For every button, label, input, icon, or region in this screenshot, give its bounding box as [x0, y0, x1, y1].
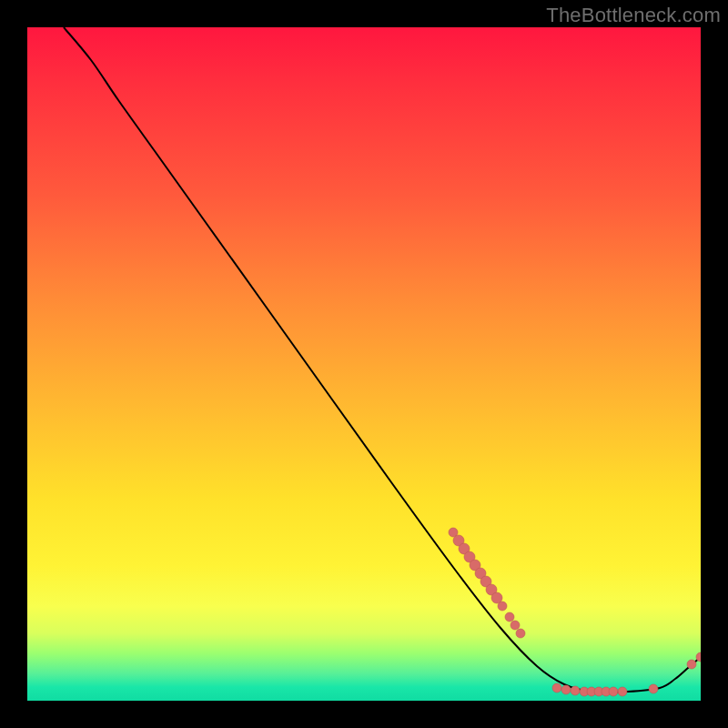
chart-svg — [27, 27, 701, 701]
data-dot — [561, 685, 571, 694]
watermark-text: TheBottleneck.com — [546, 4, 721, 27]
data-dot — [687, 660, 696, 669]
data-dot — [552, 683, 561, 693]
data-dot — [511, 621, 520, 630]
data-dot — [649, 684, 658, 693]
data-dot — [618, 687, 627, 696]
data-dot — [505, 612, 514, 622]
plot-area — [27, 27, 701, 701]
data-dot — [498, 602, 507, 611]
chart-stage: TheBottleneck.com — [0, 0, 728, 728]
data-dot — [609, 687, 618, 696]
bottleneck-curve — [64, 27, 701, 693]
data-dot — [571, 686, 580, 695]
data-dot — [516, 629, 525, 638]
